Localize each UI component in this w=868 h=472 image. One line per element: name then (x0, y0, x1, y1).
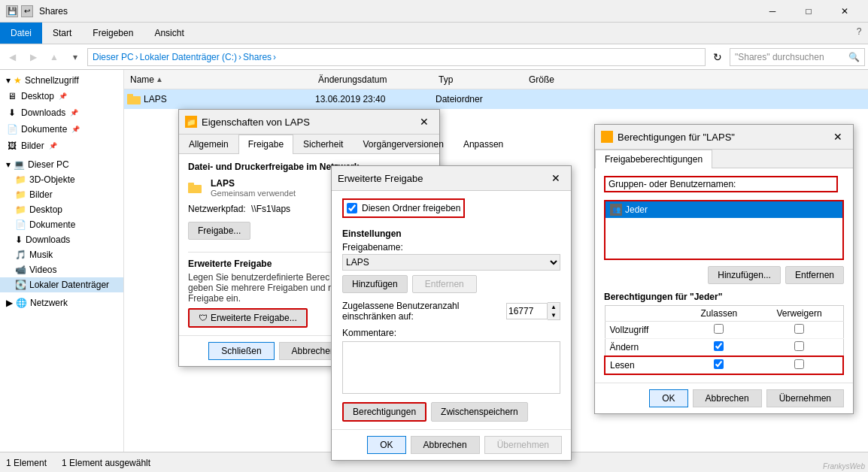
tab-freigabe[interactable]: Freigabe (238, 135, 293, 154)
comments-textarea[interactable] (342, 341, 560, 394)
perm-row-vollzugriff: Vollzugriff (605, 322, 843, 339)
max-users-spinner: ▲ ▼ (506, 302, 560, 320)
settings-label: Einstellungen (342, 228, 560, 239)
add-user-button[interactable]: Hinzufügen... (708, 266, 781, 284)
remove-user-button[interactable]: Entfernen (785, 266, 844, 284)
perms-cancel-btn[interactable]: Abbrechen (693, 389, 762, 407)
perms-close-button[interactable]: ✕ (829, 129, 847, 144)
permissions-table: Zulassen Verweigern Vollzugriff Ändern (604, 305, 844, 375)
perms-bottom-btns: OK Abbrechen Übernehmen (595, 383, 853, 413)
adv-title-bar: Erweiterte Freigabe ✕ (332, 166, 571, 191)
props-title-icon: 📁 (185, 116, 197, 128)
laps-desc: Gemeinsam verwendet (211, 189, 296, 198)
max-users-label: Zugelassene Benutzeranzahl einschränken … (342, 301, 502, 322)
user-icon: 👥 (610, 204, 622, 216)
props-close-btn2[interactable]: Schließen (208, 342, 274, 360)
tab-anpassen[interactable]: Anpassen (454, 135, 513, 153)
adv-body: Diesen Ordner freigeben Einstellungen Fr… (332, 191, 571, 429)
lesen-allow-cb[interactable] (714, 359, 724, 369)
perms-title-icon (601, 131, 613, 143)
deny-col: Verweigern (756, 306, 843, 322)
group-label-wrapper: Gruppen- oder Benutzernamen: (604, 176, 838, 192)
cache-btn[interactable]: Zwischenspeichern (431, 402, 528, 422)
spinner-up[interactable]: ▲ (548, 303, 560, 311)
perm-vollzugriff: Vollzugriff (605, 322, 682, 339)
perm-lesen: Lesen (605, 356, 682, 374)
perms-apply-btn[interactable]: Übernehmen (766, 389, 844, 407)
watermark: FrankysWeb (823, 462, 865, 470)
tab-allgemein[interactable]: Allgemein (179, 135, 238, 153)
adv-apply-btn: Übernehmen (484, 436, 562, 454)
aendern-deny-cb[interactable] (794, 341, 804, 351)
perms-for-label: Berechtigungen für "Jeder" (604, 292, 844, 302)
spinner-controls: ▲ ▼ (548, 302, 560, 320)
user-name: Jeder (625, 204, 648, 215)
permissions-btn[interactable]: Berechtigungen (342, 402, 426, 422)
comments-label: Kommentare: (342, 328, 560, 338)
perms-title-bar: Berechtigungen für "LAPS" ✕ (595, 125, 853, 150)
permissions-dialog: Berechtigungen für "LAPS" ✕ Freigabebere… (594, 124, 854, 414)
share-button[interactable]: Freigabe... (188, 222, 250, 240)
laps-label: LAPS (211, 178, 296, 189)
shield-icon: 🛡 (199, 313, 208, 323)
sharename-select[interactable]: LAPS (342, 254, 560, 271)
perm-aendern-allow[interactable] (682, 339, 755, 357)
adv-bottom-btns: OK Abbrechen Übernehmen (332, 429, 571, 460)
share-checkbox-label: Diesen Ordner freigeben (362, 203, 460, 213)
props-title-text: Eigenschaften von LAPS (202, 116, 411, 128)
max-users-input[interactable] (506, 303, 548, 319)
perm-lesen-allow[interactable] (682, 356, 755, 374)
perm-row-aendern: Ändern (605, 339, 843, 357)
adv-cancel-btn[interactable]: Abbrechen (411, 436, 480, 454)
properties-title-bar: 📁 Eigenschaften von LAPS ✕ (179, 110, 439, 135)
perms-ok-btn[interactable]: OK (649, 389, 687, 407)
perm-aendern: Ändern (605, 339, 682, 357)
props-close-button[interactable]: ✕ (415, 114, 433, 129)
dialog-overlay: 📁 Eigenschaften von LAPS ✕ Allgemein Fre… (0, 0, 868, 472)
allow-col: Zulassen (682, 306, 755, 322)
sharename-label: Freigabename: (342, 242, 403, 253)
spinner-down[interactable]: ▼ (548, 311, 560, 319)
perm-name-col (605, 306, 682, 322)
perm-row-lesen: Lesen (605, 356, 843, 374)
props-tab-bar: Allgemein Freigabe Sicherheit Vorgängerv… (179, 135, 439, 154)
perm-vollzugriff-deny[interactable] (756, 322, 843, 339)
advanced-dialog: Erweiterte Freigabe ✕ Diesen Ordner frei… (331, 165, 572, 461)
adv-title-text: Erweiterte Freigabe (338, 173, 547, 184)
perm-aendern-deny[interactable] (756, 339, 843, 357)
perms-body: Gruppen- oder Benutzernamen: 👥 Jeder Hin… (595, 168, 853, 383)
perms-title-text: Berechtigungen für "LAPS" (618, 132, 824, 143)
tab-vorgaenger[interactable]: Vorgängerversionen (353, 135, 453, 153)
lesen-deny-cb[interactable] (794, 359, 804, 369)
perms-tab-bar: Freigabeberechtigungen (595, 150, 853, 168)
network-path-label: Netzwerkpfad: (188, 204, 246, 214)
user-item-jeder[interactable]: 👥 Jeder (605, 201, 842, 218)
user-list: 👥 Jeder (604, 200, 844, 260)
vollzugriff-deny-cb[interactable] (794, 324, 804, 334)
group-label: Gruppen- oder Benutzernamen: (609, 179, 736, 189)
share-checkbox-row: Diesen Ordner freigeben (342, 198, 465, 218)
tab-sicherheit[interactable]: Sicherheit (293, 135, 353, 153)
share-checkbox[interactable] (347, 203, 357, 213)
adv-close-button[interactable]: ✕ (547, 171, 565, 186)
remove-share-btn: Entfernen (412, 275, 477, 293)
aendern-allow-cb[interactable] (714, 341, 724, 351)
adv-ok-btn[interactable]: OK (367, 436, 405, 454)
perm-vollzugriff-allow[interactable] (682, 322, 755, 339)
add-share-btn[interactable]: Hinzufügen (342, 275, 408, 293)
tab-freigabeberechtigung[interactable]: Freigabeberechtigungen (595, 150, 712, 168)
laps-folder-icon (188, 183, 202, 193)
advanced-share-button[interactable]: 🛡 Erweiterte Freigabe... (188, 308, 308, 328)
vollzugriff-allow-cb[interactable] (714, 324, 724, 334)
perm-lesen-deny[interactable] (756, 356, 843, 374)
path-value: \\Fs1\laps (251, 204, 290, 214)
